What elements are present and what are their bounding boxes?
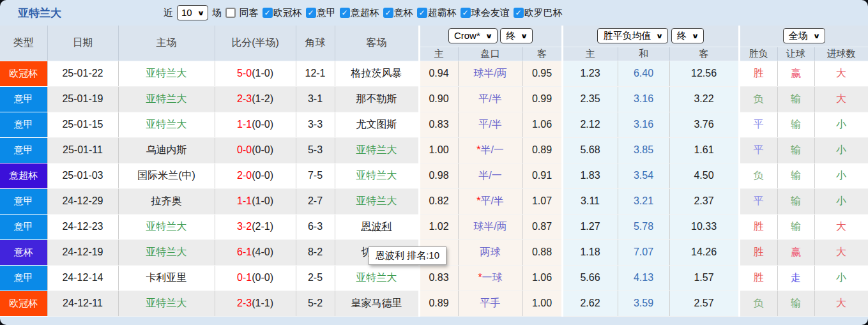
col-date: 日期 — [47, 26, 118, 61]
league-checkbox[interactable]: ✓ — [383, 8, 393, 18]
col-handicap: 盘口 — [458, 47, 522, 61]
avg-draw: 3.59 — [618, 291, 669, 316]
league-label: 超霸杯 — [428, 7, 457, 19]
corner: 2-7 — [296, 188, 335, 214]
type-badge: 意甲 — [0, 188, 47, 214]
match-row: 意超杯25-01-03国际米兰(中)2-0(0-0)7-5亚特兰大0.98半/一… — [0, 163, 868, 188]
scope-select[interactable]: 全场∨ — [783, 28, 825, 43]
league-filter: ✓意超杯 — [340, 7, 379, 19]
odds-controls-cell: Crow*∨ 终∨ — [419, 26, 562, 47]
odds-away: 1.00 — [522, 291, 562, 316]
col-odds-away: 客 — [522, 47, 562, 61]
handicap: 两球 — [458, 239, 522, 265]
league-checkbox[interactable]: ✓ — [461, 8, 471, 18]
score: 0-1(0-0) — [215, 265, 296, 291]
home-team: 卡利亚里 — [118, 265, 215, 291]
result: 胜 — [739, 61, 777, 86]
handicap-result: 输 — [777, 86, 814, 112]
odds-home: 0.83 — [419, 265, 458, 291]
handicap: *一球 — [458, 265, 522, 291]
avg-away: 10.33 — [669, 214, 739, 239]
league-checkbox[interactable]: ✓ — [514, 8, 524, 18]
avg-away: 3.22 — [669, 86, 739, 112]
same-venue-checkbox[interactable] — [225, 8, 236, 18]
odds-home: 0.90 — [419, 86, 458, 112]
avg-home: 5.66 — [562, 265, 618, 291]
same-venue-label: 同客 — [240, 7, 259, 19]
corner: 7-5 — [296, 163, 335, 188]
match-date: 25-01-03 — [47, 163, 118, 188]
avg-home: 1.27 — [562, 214, 618, 239]
match-date: 25-01-19 — [47, 86, 118, 112]
avg-controls-cell: 胜平负均值∨ 终∨ — [562, 26, 739, 47]
match-history-panel: 亚特兰大 近 10∨ 场 同客 ✓欧冠杯✓意甲✓意超杯✓意杯✓超霸杯✓球会友谊✓… — [0, 0, 868, 325]
corner: 2-5 — [296, 265, 335, 291]
avg-home: 1.18 — [562, 239, 618, 265]
filter-bar: 近 10∨ 场 同客 ✓欧冠杯✓意甲✓意超杯✓意杯✓超霸杯✓球会友谊✓欧罗巴杯 — [164, 5, 563, 20]
col-avg-home: 主 — [562, 47, 618, 61]
handicap: 球半/两 — [458, 214, 522, 239]
result: 胜 — [739, 239, 777, 265]
recent-count-select[interactable]: 10∨ — [177, 5, 208, 20]
away-team[interactable]: 恩波利 — [335, 214, 419, 239]
scope-controls-cell: 全场∨ — [739, 26, 868, 47]
avg-away: 14.26 — [669, 239, 739, 265]
avg-draw: 6.40 — [618, 61, 669, 86]
result: 负 — [739, 163, 777, 188]
league-checkbox[interactable]: ✓ — [306, 8, 316, 18]
avg-type-select[interactable]: 胜平负均值∨ — [597, 28, 668, 43]
handicap-result: 输 — [777, 214, 814, 239]
home-team: 国际米兰(中) — [118, 163, 215, 188]
league-checkbox[interactable]: ✓ — [263, 8, 273, 18]
goals-total: 小 — [814, 265, 868, 291]
odds-home: 0.83 — [419, 112, 458, 137]
score: 1-1(0-0) — [215, 112, 296, 137]
odds-away: 0.95 — [522, 61, 562, 86]
odds-state-select[interactable]: 终∨ — [500, 28, 533, 43]
odds-home: 0.98 — [419, 163, 458, 188]
home-team: 亚特兰大 — [118, 291, 215, 316]
odds-away: 0.89 — [522, 137, 562, 163]
match-date: 24-12-23 — [47, 214, 118, 239]
away-team: 格拉茨风暴 — [335, 61, 419, 86]
home-team: 亚特兰大 — [118, 214, 215, 239]
col-home: 主场 — [118, 26, 215, 61]
handicap-result: 赢 — [777, 61, 814, 86]
away-team: 亚特兰大 — [335, 188, 419, 214]
score: 2-0(0-0) — [215, 163, 296, 188]
top-bar: 亚特兰大 近 10∨ 场 同客 ✓欧冠杯✓意甲✓意超杯✓意杯✓超霸杯✓球会友谊✓… — [0, 0, 868, 26]
handicap: *半/一 — [458, 137, 522, 163]
avg-home: 2.12 — [562, 112, 618, 137]
league-checkbox[interactable]: ✓ — [417, 8, 427, 18]
league-label: 欧冠杯 — [273, 7, 302, 19]
goals-total: 小 — [814, 163, 868, 188]
home-team: 亚特兰大 — [118, 239, 215, 265]
avg-state-select[interactable]: 终∨ — [671, 28, 704, 43]
chevron-down-icon: ∨ — [656, 30, 664, 42]
result: 胜 — [739, 214, 777, 239]
league-filter: ✓意杯 — [383, 7, 413, 19]
score: 2-3(1-1) — [215, 291, 296, 316]
type-badge: 意甲 — [0, 112, 47, 137]
league-label: 球会友谊 — [471, 7, 510, 19]
result: 负 — [739, 291, 777, 316]
corner: 5-2 — [296, 291, 335, 316]
chevron-down-icon: ∨ — [691, 30, 699, 42]
col-away: 客场 — [335, 26, 419, 61]
avg-home: 2.35 — [562, 86, 618, 112]
avg-home: 1.83 — [562, 163, 618, 188]
match-row: 欧冠杯25-01-22亚特兰大5-0(1-0)12-1格拉茨风暴0.94球半/两… — [0, 61, 868, 86]
away-team: 亚特兰大 — [335, 265, 419, 291]
col-avg-draw: 和 — [618, 47, 669, 61]
league-filter: ✓超霸杯 — [417, 7, 457, 19]
odds-source-select[interactable]: Crow*∨ — [448, 28, 498, 43]
league-filter: ✓欧罗巴杯 — [514, 7, 563, 19]
col-avg-away: 客 — [669, 47, 739, 61]
handicap-result: 输 — [777, 137, 814, 163]
score: 0-0(0-0) — [215, 137, 296, 163]
type-badge: 意甲 — [0, 265, 47, 291]
avg-away: 4.50 — [669, 163, 739, 188]
match-rows: 欧冠杯25-01-22亚特兰大5-0(1-0)12-1格拉茨风暴0.94球半/两… — [0, 61, 868, 316]
avg-draw: 3.54 — [618, 163, 669, 188]
league-checkbox[interactable]: ✓ — [340, 8, 350, 18]
